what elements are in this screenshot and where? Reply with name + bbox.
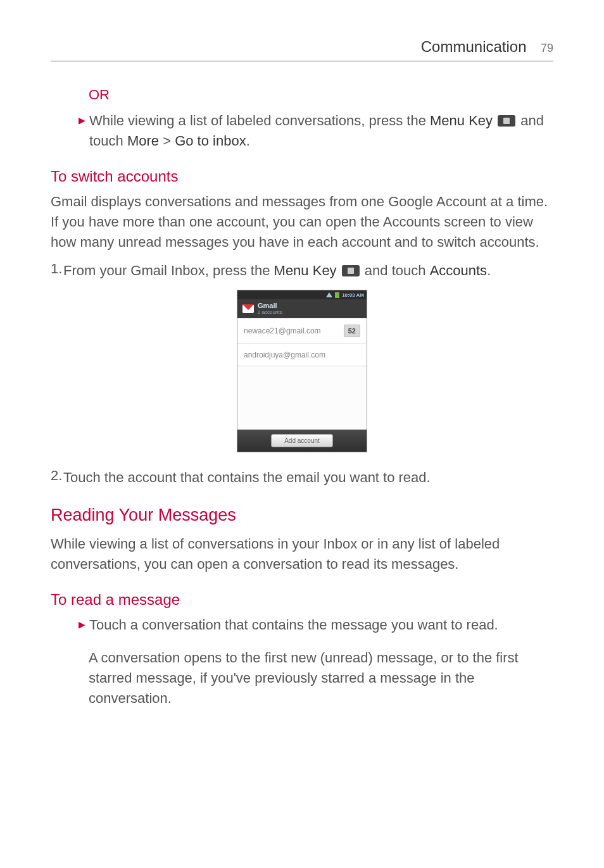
page-header: Communication 79: [51, 38, 553, 61]
unread-badge: 52: [344, 325, 360, 337]
gmail-logo-icon: [242, 304, 254, 313]
triangle-bullet-icon: ▶: [79, 115, 85, 125]
empty-area: [237, 366, 367, 430]
header-section-title: Communication: [421, 38, 527, 55]
text-fragment: .: [487, 263, 491, 278]
status-time: 10:03 AM: [342, 292, 364, 298]
account-email: androidjuya@gmail.com: [244, 350, 325, 359]
step-text: Touch the account that contains the emai…: [63, 468, 553, 488]
step-2: 2. Touch the account that contains the e…: [51, 468, 553, 488]
page-number: 79: [541, 42, 553, 54]
bullet-item: ▶ While viewing a list of labeled conver…: [79, 111, 553, 151]
signal-icon: [326, 292, 332, 297]
or-label: OR: [89, 87, 553, 103]
bullet-text: While viewing a list of labeled conversa…: [89, 111, 553, 151]
text-fragment: From your Gmail Inbox, press the: [63, 263, 274, 278]
more-label: More: [127, 133, 159, 149]
account-row[interactable]: newace21@gmail.com 52: [237, 318, 367, 344]
accounts-label: Accounts: [430, 263, 488, 278]
conversation-paragraph: A conversation opens to the first new (u…: [89, 648, 553, 709]
bullet-text: Touch a conversation that contains the m…: [89, 615, 498, 635]
reading-messages-paragraph: While viewing a list of conversations in…: [51, 534, 553, 574]
switch-accounts-heading: To switch accounts: [51, 168, 553, 185]
text-fragment: and touch: [361, 263, 430, 278]
text-fragment: While viewing a list of labeled conversa…: [89, 113, 430, 128]
gmail-accounts-count: 2 accounts: [258, 310, 282, 315]
step-number: 2.: [51, 468, 63, 484]
to-read-heading: To read a message: [51, 591, 553, 609]
menu-key-label: Menu Key: [430, 113, 493, 128]
add-account-button[interactable]: Add account: [271, 434, 333, 447]
phone-status-bar: 10:03 AM: [237, 290, 367, 299]
go-to-inbox-label: Go to inbox: [175, 133, 246, 149]
text-fragment: .: [246, 133, 250, 149]
menu-key-icon: [342, 265, 360, 276]
phone-footer: Add account: [237, 430, 367, 452]
phone-screenshot: 10:03 AM Gmail 2 accounts newace21@gmail…: [237, 290, 367, 452]
menu-key-icon: [498, 115, 515, 127]
account-row[interactable]: androidjuya@gmail.com: [237, 344, 367, 366]
step-1: 1. From your Gmail Inbox, press the Menu…: [51, 261, 553, 281]
text-fragment: >: [159, 133, 175, 149]
account-email: newace21@gmail.com: [244, 326, 321, 335]
gmail-app-header: Gmail 2 accounts: [237, 299, 367, 318]
reading-messages-heading: Reading Your Messages: [51, 505, 553, 525]
switch-accounts-paragraph: Gmail displays conversations and message…: [51, 192, 553, 252]
bullet-item: ▶ Touch a conversation that contains the…: [79, 615, 553, 635]
menu-key-label: Menu Key: [274, 263, 337, 278]
step-text: From your Gmail Inbox, press the Menu Ke…: [63, 261, 553, 281]
battery-icon: [335, 292, 339, 298]
step-number: 1.: [51, 261, 63, 277]
embedded-screenshot: 10:03 AM Gmail 2 accounts newace21@gmail…: [51, 290, 553, 452]
triangle-bullet-icon: ▶: [79, 619, 85, 629]
